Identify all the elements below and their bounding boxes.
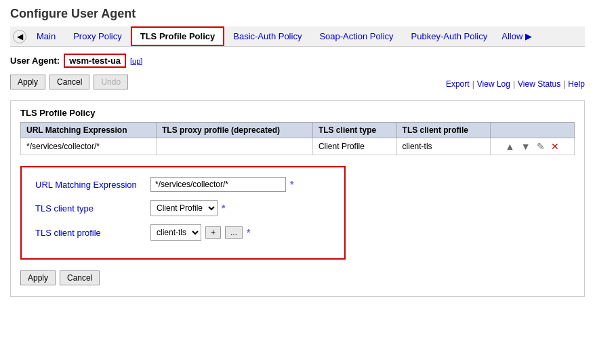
tab-bar: ◀ Main Proxy Policy TLS Profile Policy B… xyxy=(10,26,585,47)
page-title: Configure User Agent xyxy=(10,7,585,21)
tab-main[interactable]: Main xyxy=(28,27,64,45)
tab-proxy-policy[interactable]: Proxy Policy xyxy=(64,27,131,45)
row-actions: ▲ ▼ ✎ ✕ xyxy=(490,138,574,155)
tab-allow[interactable]: Allow ▶ xyxy=(496,28,537,45)
row-tls-proxy-profile xyxy=(157,138,313,155)
export-link[interactable]: Export xyxy=(446,79,470,89)
form-row-url-expression: URL Matching Expression * xyxy=(35,177,331,192)
col-tls-proxy-profile: TLS proxy profile (deprecated) xyxy=(157,123,313,138)
bottom-apply-button[interactable]: Apply xyxy=(20,270,56,285)
tls-client-profile-required: * xyxy=(247,227,250,238)
tls-client-type-label: TLS client type xyxy=(35,203,144,214)
form-row-tls-client-type: TLS client type Client Profile Server No… xyxy=(35,200,331,216)
tls-client-type-select[interactable]: Client Profile Server None xyxy=(150,200,218,216)
view-status-link[interactable]: View Status xyxy=(518,79,560,89)
row-move-up-button[interactable]: ▲ xyxy=(504,141,517,152)
tls-client-type-required: * xyxy=(222,203,225,214)
row-tls-client-profile: client-tls xyxy=(396,138,490,155)
url-expression-label: URL Matching Expression xyxy=(35,180,144,190)
tls-client-type-control: Client Profile Server None * xyxy=(150,200,225,216)
tls-client-profile-label: TLS client profile xyxy=(35,228,144,238)
edit-form-box: URL Matching Expression * TLS client typ… xyxy=(20,166,346,260)
tls-client-profile-control: client-tls + ... * xyxy=(150,224,250,241)
col-tls-client-profile: TLS client profile xyxy=(396,123,490,138)
bottom-action-bar: Apply Cancel xyxy=(20,270,575,285)
tab-tls-profile-policy[interactable]: TLS Profile Policy xyxy=(131,26,225,46)
tls-client-profile-browse-button[interactable]: ... xyxy=(225,226,243,239)
url-expression-required: * xyxy=(290,179,293,190)
row-delete-button[interactable]: ✕ xyxy=(549,141,561,152)
top-apply-button[interactable]: Apply xyxy=(10,75,45,89)
tls-client-profile-add-button[interactable]: + xyxy=(205,226,221,239)
top-action-row: Apply Cancel Undo Export | View Log | Vi… xyxy=(10,75,585,94)
tls-client-profile-select[interactable]: client-tls xyxy=(150,224,201,241)
tab-basic-auth-policy[interactable]: Basic-Auth Policy xyxy=(224,27,310,45)
tab-pubkey-auth-policy[interactable]: Pubkey-Auth Policy xyxy=(403,27,497,45)
tab-soap-action-policy[interactable]: Soap-Action Policy xyxy=(310,27,402,45)
top-undo-button[interactable]: Undo xyxy=(94,75,128,89)
user-agent-up-link[interactable]: [up] xyxy=(130,57,142,65)
user-agent-value: wsm-test-ua xyxy=(64,54,126,68)
url-expression-input[interactable] xyxy=(150,177,286,192)
help-link[interactable]: Help xyxy=(568,79,585,89)
row-url-expression: */services/collector/* xyxy=(21,138,157,155)
user-agent-label: User Agent: xyxy=(10,56,60,66)
col-actions xyxy=(490,123,574,138)
section-title: TLS Profile Policy xyxy=(20,108,575,118)
form-row-tls-client-profile: TLS client profile client-tls + ... * xyxy=(35,224,331,241)
bottom-cancel-button[interactable]: Cancel xyxy=(60,270,100,285)
col-tls-client-type: TLS client type xyxy=(312,123,396,138)
bottom-section: TLS Profile Policy URL Matching Expressi… xyxy=(10,100,585,297)
url-expression-control: * xyxy=(150,177,293,192)
user-agent-line: User Agent: wsm-test-ua [up] xyxy=(10,54,585,68)
view-log-link[interactable]: View Log xyxy=(477,79,510,89)
row-edit-button[interactable]: ✎ xyxy=(535,141,547,152)
links-row: Export | View Log | View Status | Help xyxy=(446,79,585,89)
col-url-expression: URL Matching Expression xyxy=(21,123,157,138)
row-tls-client-type: Client Profile xyxy=(312,138,396,155)
top-cancel-button[interactable]: Cancel xyxy=(49,75,89,89)
row-move-down-button[interactable]: ▼ xyxy=(519,141,533,152)
top-action-bar: Apply Cancel Undo xyxy=(10,75,128,89)
table-row: */services/collector/* Client Profile cl… xyxy=(21,138,575,155)
policy-table: URL Matching Expression TLS proxy profil… xyxy=(20,122,575,155)
tab-nav-back[interactable]: ◀ xyxy=(13,30,26,43)
